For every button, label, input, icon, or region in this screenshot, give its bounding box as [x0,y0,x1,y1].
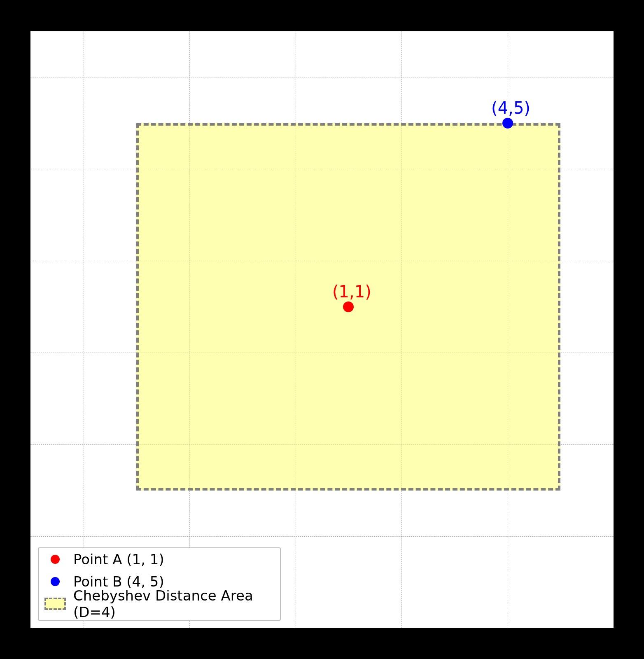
legend-marker-blue [51,577,60,586]
plot-area: (1,1)(4,5) Point A (1, 1) Point B (4, 5)… [29,30,615,629]
legend-row-point-a: Point A (1, 1) [39,548,280,570]
legend-marker-red [51,555,60,564]
legend-label: Chebyshev Distance Area (D=4) [73,587,274,620]
plot-inner: (1,1)(4,5) [30,31,614,628]
legend-label: Point A (1, 1) [73,551,164,568]
point-a-label: (1,1) [332,282,371,301]
point-b-label: (4,5) [491,98,530,117]
chart-canvas: (1,1)(4,5) Point A (1, 1) Point B (4, 5)… [0,0,644,659]
grid-line-h [30,536,614,537]
legend: Point A (1, 1) Point B (4, 5) Chebyshev … [38,547,281,621]
grid-line-v [84,31,84,628]
legend-row-patch: Chebyshev Distance Area (D=4) [39,593,280,615]
grid-line-h [30,77,614,77]
legend-patch-chebyshev [44,598,66,610]
point-a [343,301,354,312]
point-b [502,118,513,129]
